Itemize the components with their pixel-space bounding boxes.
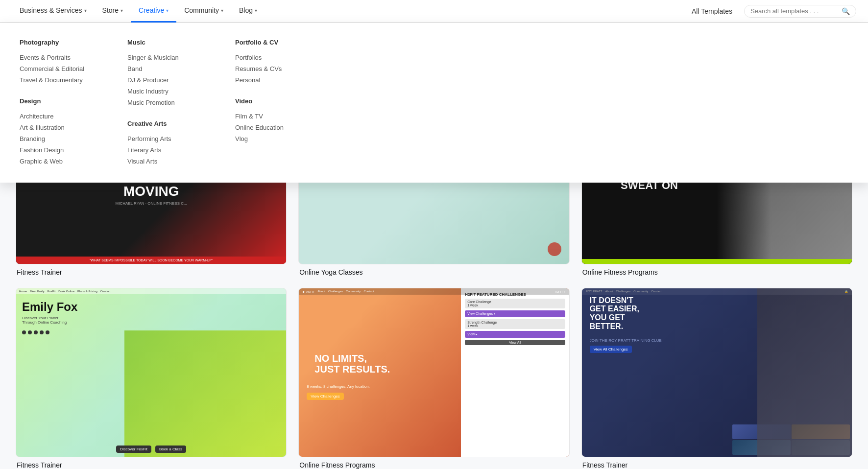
dropdown-literary-arts[interactable]: Literary Arts	[127, 144, 206, 156]
template-name-emily: Fitness Trainer	[16, 461, 287, 469]
search-area[interactable]: 🔍	[744, 5, 856, 18]
dropdown-design-title: Design	[20, 97, 98, 105]
h2fit-big-text: NO LIMITS,JUST RESULTS.	[307, 345, 398, 382]
dropdown-music-promotion[interactable]: Music Promotion	[127, 97, 206, 108]
template-card-roy[interactable]: ROY PRATTAboutChallengesCommunityContact…	[581, 288, 852, 469]
template-name-yoga: Online Yoga Classes	[298, 268, 569, 276]
template-card-emily[interactable]: HomeMeet EmilyFoxFitBook OnlinePlans & P…	[16, 288, 287, 469]
template-card-h2fit[interactable]: ▶ AQFITAboutChallengesCommunityContactH2…	[298, 288, 569, 469]
dropdown-resumes-cvs[interactable]: Resumes & CVs	[235, 63, 313, 74]
dropdown-visual-arts[interactable]: Visual Arts	[127, 156, 206, 167]
dropdown-dj-producer[interactable]: DJ & Producer	[127, 74, 206, 86]
dropdown-portfolio-title: Portfolio & CV	[235, 39, 313, 46]
dropdown-portfolios[interactable]: Portfolios	[235, 52, 313, 63]
dropdown-col-portfolio: Portfolio & CV Portfolios Resumes & CVs …	[235, 39, 313, 167]
dropdown-events-portraits[interactable]: Events & Portraits	[20, 52, 98, 63]
nav-items: Business & Services ▾ Store ▾ Creative ▾…	[12, 0, 265, 23]
nav-business-label: Business & Services	[20, 6, 82, 14]
all-templates-button[interactable]: All Templates	[688, 7, 736, 15]
dropdown-performing-arts[interactable]: Performing Arts	[127, 133, 206, 144]
nav-community[interactable]: Community ▾	[176, 0, 231, 23]
nav-creative[interactable]: Creative ▾	[131, 0, 176, 23]
main-nav: Business & Services ▾ Store ▾ Creative ▾…	[0, 0, 868, 23]
template-name-fitness-trainer-1: Fitness Trainer	[16, 268, 287, 276]
nav-store[interactable]: Store ▾	[95, 0, 131, 23]
creative-dropdown: Photography Events & Portraits Commercia…	[0, 23, 868, 183]
dropdown-video-title: Video	[235, 97, 313, 105]
template-thumb-roy: ROY PRATTAboutChallengesCommunityContact…	[581, 288, 852, 457]
dropdown-branding[interactable]: Branding	[20, 133, 98, 144]
dropdown-online-education[interactable]: Online Education	[235, 122, 313, 133]
dropdown-band[interactable]: Band	[127, 63, 206, 74]
dropdown-col-photography: Photography Events & Portraits Commercia…	[20, 39, 98, 167]
template-name-roy: Fitness Trainer	[581, 461, 852, 469]
dropdown-fashion-design[interactable]: Fashion Design	[20, 144, 98, 156]
dropdown-commercial-editorial[interactable]: Commercial & Editorial	[20, 63, 98, 74]
dropdown-music-industry[interactable]: Music Industry	[127, 86, 206, 97]
roy-big-text: IT DOESN'TGET EASIER,YOU GETBETTER.	[582, 288, 662, 338]
emily-name: Emily Fox	[22, 300, 77, 314]
fitness-trainer-1-sub-text: MICHAEL RYAN · ONLINE FITNESS C...	[116, 201, 187, 206]
nav-community-chevron: ▾	[221, 8, 223, 13]
nav-blog-chevron: ▾	[255, 8, 257, 13]
search-icon: 🔍	[842, 7, 850, 15]
dropdown-travel-documentary[interactable]: Travel & Documentary	[20, 74, 98, 86]
dropdown-architecture[interactable]: Architecture	[20, 111, 98, 122]
h2fit-panel: H2FIT FEATURED CHALLENGES Core Challenge…	[461, 288, 569, 457]
dropdown-graphic-web[interactable]: Graphic & Web	[20, 156, 98, 167]
dropdown-col-music: Music Singer & Musician Band DJ & Produc…	[127, 39, 206, 167]
dropdown-vlog[interactable]: Vlog	[235, 133, 313, 144]
nav-creative-label: Creative	[139, 6, 164, 14]
nav-blog-label: Blog	[239, 6, 253, 14]
search-input[interactable]	[750, 7, 839, 15]
fitness-trainer-1-bottom-bar: "WHAT SEEMS IMPOSSIBLE TODAY WILL SOON B…	[16, 257, 286, 264]
dropdown-art-illustration[interactable]: Art & Illustration	[20, 122, 98, 133]
nav-store-label: Store	[102, 6, 119, 14]
dropdown-music-title: Music	[127, 39, 206, 46]
nav-creative-chevron: ▾	[166, 8, 169, 13]
dropdown-photography-title: Photography	[20, 39, 98, 46]
nav-store-chevron: ▾	[121, 8, 123, 13]
template-thumb-emily: HomeMeet EmilyFoxFitBook OnlinePlans & P…	[16, 288, 287, 457]
nav-business-chevron: ▾	[84, 8, 87, 13]
dropdown-film-tv[interactable]: Film & TV	[235, 111, 313, 122]
nav-community-label: Community	[184, 6, 219, 14]
dropdown-personal[interactable]: Personal	[235, 74, 313, 86]
template-name-h2fit: Online Fitness Programs	[298, 461, 569, 469]
emily-sub: Discover Your PowerThrough Online Coachi…	[22, 316, 77, 325]
emily-nav: HomeMeet EmilyFoxFitBook OnlinePlans & P…	[16, 288, 286, 294]
emily-content: Emily Fox Discover Your PowerThrough Onl…	[16, 294, 83, 340]
nav-blog[interactable]: Blog ▾	[231, 0, 265, 23]
template-name-fitness-prog: Online Fitness Programs	[581, 268, 852, 276]
template-thumb-h2fit: ▶ AQFITAboutChallengesCommunityContactH2…	[298, 288, 569, 457]
dropdown-creative-arts-title: Creative Arts	[127, 120, 206, 127]
dropdown-singer-musician[interactable]: Singer & Musician	[127, 52, 206, 63]
nav-business[interactable]: Business & Services ▾	[12, 0, 95, 23]
nav-right: All Templates 🔍	[688, 5, 856, 18]
